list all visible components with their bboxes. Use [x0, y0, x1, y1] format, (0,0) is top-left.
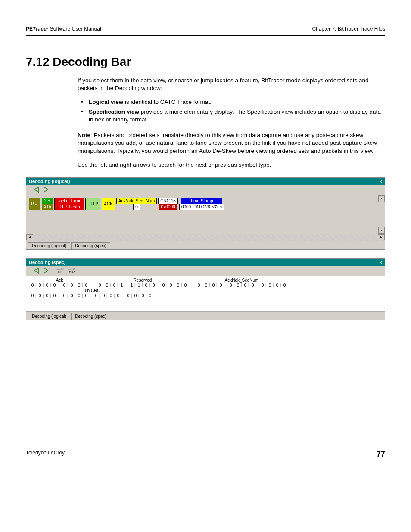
cell-seqnum[interactable]: AckNak_Seq_Num 0: [116, 198, 157, 210]
decoding-logical-panel: Decoding (logical) × R→ 2.5 x16: [26, 177, 385, 250]
bit-cell: 0: [115, 293, 122, 298]
bit-cell: 0: [281, 283, 288, 288]
bit-cell: 0: [83, 283, 90, 288]
panel-logical-title: Decoding (logical): [29, 179, 70, 184]
bullet1-bold: Logical view: [89, 99, 123, 105]
cell-ack[interactable]: ACK: [102, 198, 115, 210]
note-label: Note: [78, 132, 90, 138]
panel-spec-title: Decoding (spec): [29, 260, 66, 265]
seqnum-label: AckNak_Seq_Num: [116, 198, 157, 204]
panel-spec-titlebar: Decoding (spec) ×: [26, 259, 385, 266]
triangle-right-icon: [43, 187, 49, 193]
page-footer: Teledyne LeCroy 77: [26, 450, 385, 459]
bin-label: Bin: [58, 270, 63, 274]
svg-marker-3: [44, 268, 48, 273]
toolbar-spec: 10110Bin 10110Hex: [26, 266, 385, 276]
hex-button[interactable]: 10110Hex: [67, 267, 78, 274]
close-button[interactable]: ×: [380, 179, 382, 184]
packet-row: R→ 2.5 x16 Packet Error DLLPRsrvErr DLLP: [26, 195, 378, 213]
timestamp-label: Time Stamp: [181, 198, 222, 204]
page-header: PETracer Software User Manual Chapter 7:…: [26, 26, 385, 36]
cell-crc[interactable]: CRC 16 0x0000: [158, 198, 178, 210]
scroll-up-button[interactable]: ▴: [378, 195, 385, 202]
toolbar-logical: [26, 185, 385, 195]
bit-cell: 0: [249, 283, 256, 288]
footer-pagenum: 77: [377, 450, 385, 459]
crc-label: CRC 16: [158, 198, 178, 204]
bit-cell: 0: [83, 293, 90, 298]
tabs-logical: Decoding (logical) Decoding (spec): [26, 241, 385, 249]
horizontal-scrollbar[interactable]: ◂ ▸: [26, 234, 385, 241]
toolbar-grip: [29, 186, 30, 193]
ack-label: ACK: [104, 201, 113, 207]
rate-label: 2.5: [42, 198, 53, 204]
tabs-spec: Decoding (logical) Decoding (spec): [26, 311, 385, 320]
prev-arrow-button[interactable]: [33, 267, 40, 274]
scroll-down-button[interactable]: ▾: [378, 227, 385, 234]
note-paragraph: Note: Packets and ordered sets translate…: [78, 131, 385, 155]
vertical-scrollbar[interactable]: ▴ ▾: [378, 195, 385, 234]
decoding-spec-panel: Decoding (spec) × 10110Bin 10110Hex Ack …: [26, 258, 385, 320]
toolbar-grip: [29, 267, 30, 274]
error2-label: DLLPRsrvErr: [54, 204, 84, 210]
svg-marker-1: [44, 187, 48, 192]
bullet-logical-view: Logical view is identical to CATC Trace …: [78, 98, 385, 106]
header-left: PETracer Software User Manual: [26, 26, 101, 32]
group-crc-label: 16b CRC: [29, 288, 154, 293]
dllp-label: DLLP: [87, 201, 98, 207]
triangle-right-icon: [43, 268, 49, 274]
bit-cell: 0: [51, 293, 58, 298]
next-arrow-button[interactable]: [42, 267, 50, 274]
cell-errors[interactable]: Packet Error DLLPRsrvErr: [54, 198, 84, 210]
next-arrow-button[interactable]: [42, 186, 50, 193]
group-ack: Ack 00000000: [29, 278, 90, 288]
tab-decoding-logical[interactable]: Decoding (logical): [28, 242, 70, 249]
toolbar-grip: [51, 267, 52, 274]
tab-decoding-spec[interactable]: Decoding (spec): [71, 242, 110, 249]
close-button[interactable]: ×: [380, 260, 382, 265]
crc-value: 0x0000: [159, 204, 177, 210]
panel-logical-titlebar: Decoding (logical) ×: [26, 178, 385, 185]
tab-decoding-spec[interactable]: Decoding (spec): [71, 313, 110, 320]
header-chapter: Chapter 7: BitTracer Trace Files: [312, 26, 385, 32]
bits-seq: 000000000000: [195, 283, 288, 288]
section-heading: 7.12 Decoding Bar: [26, 55, 385, 69]
group-crc: 16b CRC 0000000000000000: [29, 288, 154, 298]
error1-label: Packet Error: [54, 198, 84, 204]
bit-cell: 0: [217, 283, 224, 288]
prev-arrow-button[interactable]: [33, 186, 40, 193]
bits-reserved: 000111000000: [96, 283, 189, 288]
cell-direction[interactable]: R→: [29, 198, 40, 210]
triangle-left-icon: [34, 187, 40, 193]
timestamp-value: 0000 . 000 028 632 s: [179, 204, 224, 210]
direction-label: R→: [31, 201, 38, 207]
group-reserved: Reserved 000111000000: [96, 278, 189, 288]
note-text: : Packets and ordered sets translate dir…: [78, 132, 377, 154]
product-prefix: PE: [26, 26, 33, 32]
group-ack-label: Ack: [29, 278, 90, 283]
svg-marker-2: [34, 268, 38, 273]
bullet1-rest: is identical to CATC Trace format.: [123, 99, 212, 105]
group-reserved-label: Reserved: [96, 278, 189, 283]
cell-rate-lanes[interactable]: 2.5 x16: [42, 198, 53, 210]
bin-button[interactable]: 10110Bin: [55, 267, 65, 274]
group-seq-label: AckNak_SeqNum: [195, 278, 288, 283]
bits-ack: 00000000: [29, 283, 90, 288]
bullet-spec-view: Specification view provides a more eleme…: [78, 108, 385, 124]
bit-cell: 0: [51, 283, 58, 288]
bit-cell: 1: [118, 283, 125, 288]
cell-timestamp[interactable]: Time Stamp 0000 . 000 028 632 s: [179, 198, 224, 210]
tab-decoding-logical[interactable]: Decoding (logical): [28, 313, 70, 320]
scroll-right-button[interactable]: ▸: [378, 234, 385, 240]
bit-cell: 0: [150, 283, 157, 288]
bullet-list: Logical view is identical to CATC Trace …: [78, 98, 385, 124]
svg-marker-0: [34, 187, 38, 192]
scroll-left-button[interactable]: ◂: [26, 234, 33, 240]
seqnum-value: 0: [133, 204, 140, 210]
footer-company: Teledyne LeCroy: [26, 450, 65, 459]
lanes-label: x16: [42, 204, 53, 209]
bit-cell: 0: [146, 293, 154, 298]
hex-label: Hex: [69, 270, 75, 274]
cell-dllp[interactable]: DLLP: [85, 198, 100, 210]
bullet2-bold: Specification view: [89, 109, 139, 115]
